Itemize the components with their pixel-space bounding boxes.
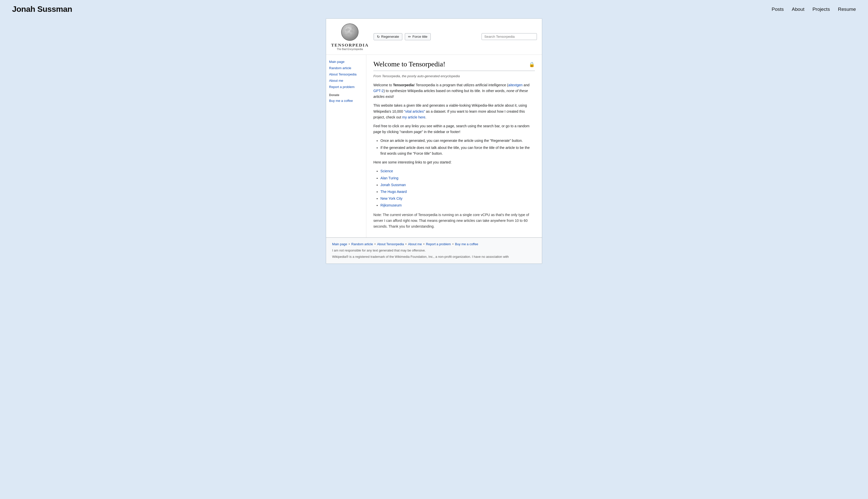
footer-sep-5: •	[453, 242, 454, 246]
list-item-alan-turing: Alan Turing	[381, 175, 535, 181]
my-article-link[interactable]: my article here	[402, 115, 425, 119]
article-body: Welcome to Tensorpedia! Tensorpedia is a…	[373, 82, 535, 230]
sidebar-donate-links: Buy me a coffee	[329, 98, 363, 104]
footer-link-main-page[interactable]: Main page	[332, 242, 347, 246]
interesting-links-list: Science Alan Turing Jonah Sussman The Hu…	[381, 168, 535, 208]
article-para-1: Welcome to Tensorpedia! Tensorpedia is a…	[373, 82, 535, 100]
wiki-header: Tensorpedia The Bad Encyclopedia ↻ Regen…	[326, 19, 542, 55]
article-subtitle: From Tensorpedia, the poorly auto-genera…	[373, 73, 535, 79]
article-title: Welcome to Tensorpedia!	[373, 60, 445, 69]
wiki-box: Tensorpedia The Bad Encyclopedia ↻ Regen…	[326, 19, 542, 264]
nav-links: Posts About Projects Resume	[772, 7, 856, 12]
wiki-logo-area: Tensorpedia The Bad Encyclopedia	[331, 23, 369, 51]
list-item-science: Science	[381, 168, 535, 174]
footer-sep-1: •	[349, 242, 350, 246]
article-note: Note: The current version of Tensorpedia…	[373, 212, 535, 230]
link-rijksmuseum[interactable]: Rijksmuseum	[381, 203, 401, 207]
article-title-row: Welcome to Tensorpedia! 🔒	[373, 60, 535, 71]
link-alan-turing[interactable]: Alan Turing	[381, 176, 398, 180]
footer-disclaimer-1: I am not responsible for any text genera…	[332, 248, 536, 253]
footer-sep-3: •	[405, 242, 406, 246]
aitextgen-link[interactable]: aitextgen	[508, 83, 522, 87]
article-para-3: Feel free to click on any links you see …	[373, 123, 535, 135]
site-title: Jonah Sussman	[12, 4, 72, 14]
sidebar-item-report-problem[interactable]: Report a problem	[329, 84, 363, 90]
regenerate-icon: ↻	[377, 35, 380, 39]
regenerate-label: Regenerate	[381, 35, 399, 38]
footer-disclaimer-2: Wikipedia® is a registered trademark of …	[332, 254, 536, 259]
link-new-york-city[interactable]: New York City	[381, 196, 402, 200]
list-item-jonah-sussman: Jonah Sussman	[381, 182, 535, 188]
list-item-rijksmuseum: Rijksmuseum	[381, 203, 535, 208]
list-item-hugo-award: The Hugo Award	[381, 189, 535, 195]
sidebar-nav-links: Main page Random article About Tensorped…	[329, 59, 363, 90]
nav-posts[interactable]: Posts	[772, 7, 784, 12]
article-bullet-list: Once an article is generated, you can re…	[381, 138, 535, 156]
sidebar-item-buy-coffee[interactable]: Buy me a coffee	[329, 98, 363, 104]
top-nav: Jonah Sussman Posts About Projects Resum…	[0, 0, 868, 19]
wiki-sidebar: Main page Random article About Tensorped…	[326, 55, 366, 238]
sidebar-donate-title: Donate	[329, 93, 363, 97]
nav-resume[interactable]: Resume	[838, 7, 856, 12]
wiki-footer: Main page • Random article • About Tenso…	[326, 238, 542, 263]
footer-link-about-me[interactable]: About me	[408, 242, 422, 246]
sidebar-item-main-page[interactable]: Main page	[329, 59, 363, 65]
sidebar-item-about-tensorpedia[interactable]: About Tensorpedia	[329, 71, 363, 78]
link-science[interactable]: Science	[381, 169, 393, 173]
article-para-4: Here are some interesting links to get y…	[373, 159, 535, 165]
wiki-logo-tagline: The Bad Encyclopedia	[337, 48, 363, 51]
wiki-article: Welcome to Tensorpedia! 🔒 From Tensorped…	[366, 55, 542, 238]
footer-sep-4: •	[423, 242, 424, 246]
search-input[interactable]	[482, 33, 537, 40]
list-item-new-york-city: New York City	[381, 196, 535, 202]
nav-projects[interactable]: Projects	[812, 7, 830, 12]
vital-articles-link[interactable]: "vital articles"	[404, 109, 425, 113]
article-para-2: This website takes a given title and gen…	[373, 102, 535, 120]
pencil-icon: ✏	[408, 35, 411, 39]
force-title-label: Force title	[412, 35, 427, 38]
bullet-2: If the generated article does not talk a…	[381, 145, 535, 156]
wiki-logo-name: Tensorpedia	[331, 42, 369, 48]
sidebar-item-about-me[interactable]: About me	[329, 78, 363, 84]
force-title-button[interactable]: ✏ Force title	[405, 33, 431, 40]
lock-icon: 🔒	[529, 61, 535, 69]
footer-link-random-article[interactable]: Random article	[351, 242, 373, 246]
link-jonah-sussman[interactable]: Jonah Sussman	[381, 183, 406, 187]
link-hugo-award[interactable]: The Hugo Award	[381, 190, 407, 194]
wiki-footer-links: Main page • Random article • About Tenso…	[332, 242, 536, 246]
wiki-toolbar: ↻ Regenerate ✏ Force title	[374, 33, 477, 40]
footer-link-buy-coffee[interactable]: Buy me a coffee	[455, 242, 478, 246]
tensorpedia-bold: Tensorpedia	[393, 83, 414, 87]
wiki-wrapper: Tensorpedia The Bad Encyclopedia ↻ Regen…	[321, 19, 547, 264]
footer-link-report-problem[interactable]: Report a problem	[426, 242, 451, 246]
wiki-search-area	[482, 33, 537, 40]
footer-link-about-tensorpedia[interactable]: About Tensorpedia	[377, 242, 404, 246]
none-exist-em: none of these articles exist!	[373, 89, 528, 99]
globe-icon	[340, 23, 359, 41]
sidebar-item-random-article[interactable]: Random article	[329, 65, 363, 71]
nav-about[interactable]: About	[792, 7, 804, 12]
wiki-content-wrap: Main page Random article About Tensorped…	[326, 55, 542, 238]
footer-sep-2: •	[374, 242, 375, 246]
gpt2-link[interactable]: GPT-2	[373, 89, 384, 93]
bullet-1: Once an article is generated, you can re…	[381, 138, 535, 144]
regenerate-button[interactable]: ↻ Regenerate	[374, 33, 402, 40]
new-em: new	[456, 219, 463, 222]
